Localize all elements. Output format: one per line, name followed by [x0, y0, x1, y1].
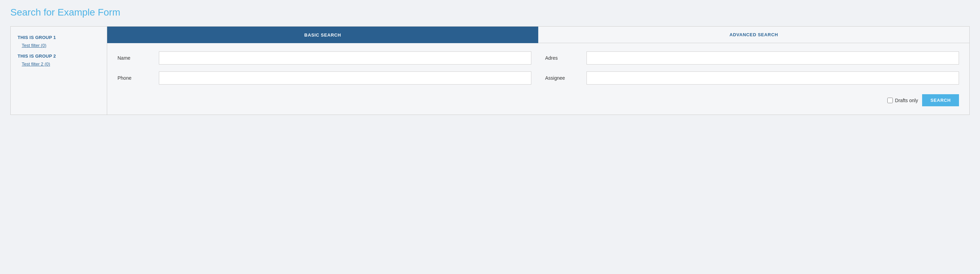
filter-link-2[interactable]: Test filter 2 (0) — [11, 60, 107, 69]
tab-basic-search[interactable]: BASIC SEARCH — [107, 27, 538, 43]
drafts-only-text: Drafts only — [895, 98, 918, 103]
form-row-2: Phone Assignee — [118, 71, 959, 85]
search-panel: BASIC SEARCH ADVANCED SEARCH Name Adres — [107, 27, 969, 115]
form-actions: Drafts only SEARCH — [118, 91, 959, 106]
field-group-name: Name — [118, 51, 531, 64]
tab-advanced-search[interactable]: ADVANCED SEARCH — [538, 27, 969, 43]
sidebar: THIS IS GROUP 1 Test filter (0) THIS IS … — [11, 27, 107, 115]
drafts-only-label[interactable]: Drafts only — [887, 98, 918, 103]
label-assignee: Assignee — [545, 75, 587, 81]
input-assignee[interactable] — [587, 71, 959, 85]
search-button[interactable]: SEARCH — [922, 94, 959, 106]
group-title-2: THIS IS GROUP 2 — [11, 51, 107, 60]
input-name[interactable] — [159, 51, 531, 64]
drafts-only-checkbox[interactable] — [887, 98, 893, 103]
group-title-1: THIS IS GROUP 1 — [11, 32, 107, 42]
tab-bar: BASIC SEARCH ADVANCED SEARCH — [107, 27, 969, 43]
main-layout: THIS IS GROUP 1 Test filter (0) THIS IS … — [10, 26, 970, 115]
form-row-1: Name Adres — [118, 51, 959, 64]
label-phone: Phone — [118, 75, 159, 81]
search-form: Name Adres Phone Assignee — [107, 43, 969, 115]
field-group-phone: Phone — [118, 71, 531, 85]
filter-link-1[interactable]: Test filter (0) — [11, 42, 107, 51]
input-adres[interactable] — [587, 51, 959, 64]
label-adres: Adres — [545, 55, 587, 61]
input-phone[interactable] — [159, 71, 531, 85]
field-group-assignee: Assignee — [545, 71, 959, 85]
field-group-adres: Adres — [545, 51, 959, 64]
page-title: Search for Example Form — [10, 7, 970, 18]
label-name: Name — [118, 55, 159, 61]
